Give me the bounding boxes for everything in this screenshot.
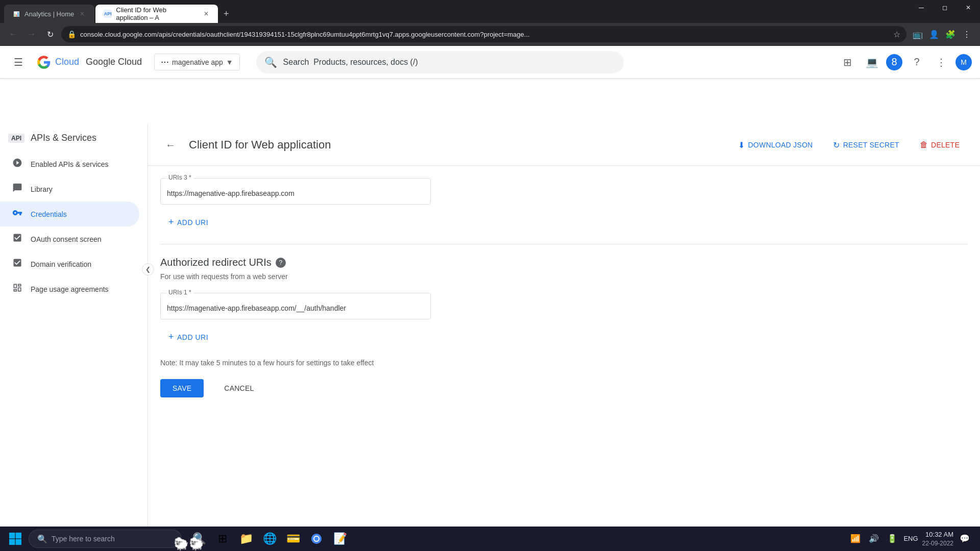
taskbar-word-app[interactable]: 📝: [329, 528, 351, 550]
google-cloud-logo[interactable]: Cloud Google Cloud: [37, 55, 142, 69]
save-button[interactable]: SAVE: [160, 379, 204, 397]
taskbar-search-placeholder: Type here to search: [52, 535, 115, 543]
search-bar[interactable]: 🔍: [256, 51, 624, 73]
add-uri-label-redirect: ADD URI: [177, 333, 208, 341]
menu-icon[interactable]: ⋮: [960, 27, 974, 41]
minimize-button[interactable]: ─: [910, 0, 933, 15]
project-selector[interactable]: ⋯ magenative app ▼: [154, 54, 240, 70]
taskbar-search-icon: 🔍: [37, 534, 47, 544]
taskbar-edge-browser[interactable]: 🌐: [258, 528, 281, 550]
main-content: ← Client ID for Web application ⬇ DOWNLO…: [148, 124, 980, 551]
tab-analytics[interactable]: 📊 Analytics | Home ✕: [4, 5, 94, 23]
download-json-button[interactable]: ⬇ DOWNLOAD JSON: [730, 136, 821, 154]
tab-close-analytics[interactable]: ✕: [78, 10, 86, 18]
redirect-title-text: Authorized redirect URIs: [160, 257, 272, 268]
battery-icon[interactable]: 🔋: [885, 532, 899, 546]
sidebar-item-credentials[interactable]: Credentials: [0, 202, 139, 227]
profile-icon[interactable]: 👤: [927, 27, 941, 41]
maximize-button[interactable]: ◻: [933, 0, 957, 15]
sidebar-item-oauth-consent[interactable]: OAuth consent screen: [0, 227, 139, 252]
close-button[interactable]: ✕: [957, 0, 980, 15]
sidebar-item-library[interactable]: Library: [0, 177, 139, 202]
svg-point-2: [314, 537, 318, 541]
network-icon[interactable]: 📶: [848, 532, 863, 546]
tab-favicon-api: API: [104, 10, 112, 18]
forward-nav-button[interactable]: →: [24, 27, 39, 41]
user-avatar[interactable]: M: [955, 54, 972, 70]
sidebar-item-domain-verification[interactable]: Domain verification: [0, 252, 139, 277]
volume-icon[interactable]: 🔊: [867, 532, 881, 546]
tab-client-id[interactable]: API Client ID for Web application – A ✕: [95, 5, 218, 23]
reload-button[interactable]: ↻: [43, 27, 57, 41]
taskbar-widgets-app[interactable]: ⊞: [211, 528, 234, 550]
hamburger-icon: ☰: [14, 56, 23, 68]
page-usage-icon: [12, 283, 22, 295]
toolbar-actions: 📺 👤 🧩 ⋮: [911, 27, 974, 41]
library-icon: [12, 183, 22, 195]
project-dropdown-icon: ▼: [226, 58, 233, 66]
enabled-apis-icon: [12, 158, 22, 170]
hamburger-menu[interactable]: ☰: [8, 52, 29, 72]
address-bar[interactable]: 🔒 console.cloud.google.com/apis/credenti…: [61, 26, 906, 42]
cancel-button[interactable]: CANCEL: [212, 379, 266, 397]
reset-icon: ↻: [833, 140, 840, 150]
domain-verification-icon: [12, 258, 22, 270]
address-text: console.cloud.google.com/apis/credential…: [80, 31, 889, 38]
uris-1-field-group: URIs 1 *: [160, 293, 431, 319]
authorized-redirect-section: Authorized redirect URIs ? For use with …: [160, 257, 968, 346]
redirect-section-title: Authorized redirect URIs ?: [160, 257, 968, 268]
taskbar-chrome-app[interactable]: [305, 528, 328, 550]
reset-label: RESET SECRET: [843, 141, 899, 149]
uris-3-input[interactable]: [160, 178, 431, 205]
search-input[interactable]: [283, 58, 616, 67]
cloud-shell-icon[interactable]: 💻: [862, 52, 882, 72]
tab-label-analytics: Analytics | Home: [24, 10, 74, 18]
reset-secret-button[interactable]: ↻ RESET SECRET: [825, 136, 907, 154]
uris-1-input[interactable]: [160, 293, 431, 319]
header-actions: ⬇ DOWNLOAD JSON ↻ RESET SECRET 🗑 DELETE: [730, 136, 968, 154]
redirect-help-icon[interactable]: ?: [276, 258, 286, 268]
bookmark-icon[interactable]: ☆: [893, 30, 900, 39]
plus-icon-top: +: [168, 217, 174, 228]
sidebar: API APIs & Services Enabled APIs & servi…: [0, 124, 148, 551]
note-text: Note: It may take 5 minutes to a few hou…: [160, 359, 968, 367]
sidebar-label-credentials: Credentials: [31, 210, 67, 218]
add-uri-button-redirect[interactable]: + ADD URI: [160, 328, 216, 346]
time-block[interactable]: 10:32 AM 22-09-2022: [922, 530, 953, 548]
back-nav-button[interactable]: ←: [6, 27, 20, 41]
google-cloud-text: Cloud: [55, 57, 79, 67]
taskbar-search[interactable]: 🔍 Type here to search: [29, 530, 182, 548]
tab-label-client-id: Client ID for Web application – A: [116, 6, 199, 21]
taskbar-gpay-app[interactable]: 💳: [282, 528, 304, 550]
start-button[interactable]: [4, 528, 27, 550]
notification-button[interactable]: 8: [886, 54, 902, 70]
content-area: API APIs & Services Enabled APIs & servi…: [0, 124, 980, 551]
top-nav-actions: ⊞ 💻 8 ? ⋮ M: [837, 52, 972, 72]
extensions-icon[interactable]: 🧩: [943, 27, 958, 41]
delete-label: DELETE: [931, 141, 960, 149]
taskbar: 🔍 Type here to search 🔍 ⊞ 📁 🌐 💳 📝 📶 🔊 🔋 …: [0, 527, 980, 551]
new-tab-button[interactable]: +: [219, 7, 233, 21]
products-icon[interactable]: ⊞: [837, 52, 857, 72]
sidebar-item-enabled-apis[interactable]: Enabled APIs & services: [0, 152, 139, 177]
back-button[interactable]: ←: [160, 135, 181, 155]
page-header: ← Client ID for Web application ⬇ DOWNLO…: [148, 124, 980, 166]
cast-icon[interactable]: 📺: [911, 27, 925, 41]
uris-1-label: URIs 1 *: [166, 289, 193, 296]
sidebar-item-page-usage[interactable]: Page usage agreements: [0, 277, 139, 302]
section-divider: [160, 244, 968, 244]
notification-taskbar-icon[interactable]: 💬: [958, 532, 972, 546]
notification-icon: 8: [886, 54, 902, 70]
delete-icon: 🗑: [920, 140, 928, 149]
tab-close-client-id[interactable]: ✕: [203, 10, 210, 18]
help-icon[interactable]: ?: [906, 52, 927, 72]
add-uri-button-top[interactable]: + ADD URI: [160, 213, 216, 232]
windows-logo-icon: [9, 533, 21, 545]
credentials-icon: [12, 208, 22, 220]
taskbar-file-explorer[interactable]: 📁: [235, 528, 257, 550]
more-options-icon[interactable]: ⋮: [931, 52, 951, 72]
delete-button[interactable]: 🗑 DELETE: [912, 136, 968, 154]
uris-3-field-group: URIs 3 *: [160, 178, 431, 205]
collapse-sidebar-button[interactable]: ❮: [142, 263, 148, 276]
sheep-decoration: 🐑🐑: [174, 537, 204, 551]
